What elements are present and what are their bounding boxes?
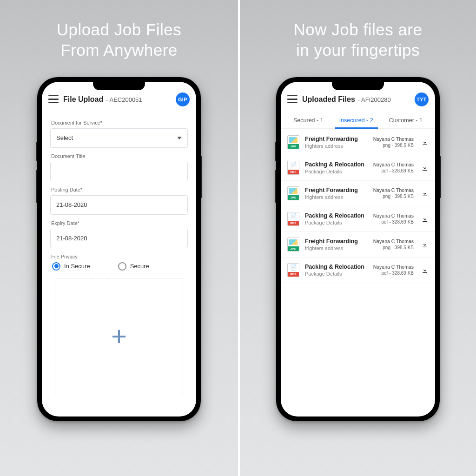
jpg-file-icon: JPG [287, 135, 299, 149]
radio-icon [118, 262, 126, 271]
file-meta: Nayana C Thomaspdf - 328.69 KB [373, 264, 414, 277]
radio-secure[interactable]: Secure [118, 262, 149, 271]
file-subtitle: Package Details [305, 271, 368, 277]
jpg-file-icon: JPG [287, 238, 299, 251]
download-icon[interactable] [421, 266, 429, 274]
app-screen-files: Uploaded Files - AFI200280 TYT Secured -… [281, 82, 435, 416]
chevron-down-icon [177, 137, 182, 139]
page-title: Uploaded Files [302, 95, 355, 104]
file-meta: Nayana C Thomaspdf - 328.69 KB [373, 212, 414, 225]
tabs: Secured - 1 Insecured - 2 Customer - 1 [281, 112, 435, 129]
download-icon[interactable] [421, 241, 429, 248]
page-subtitle: - AFI200280 [358, 96, 391, 103]
app-screen-upload: File Upload - AEC200051 GIP Document for… [42, 82, 196, 416]
tab-insecured[interactable]: Insecured - 2 [337, 112, 375, 128]
doc-title-input[interactable] [50, 162, 188, 181]
file-title: Packing & Relocation [305, 264, 368, 270]
pdf-file-icon: PDF [287, 212, 299, 226]
tab-secured[interactable]: Secured - 1 [291, 112, 325, 128]
tab-customer[interactable]: Customer - 1 [387, 112, 424, 128]
file-dropzone[interactable]: + [55, 278, 183, 394]
promo-title: Upload Job Files From Anywhere [57, 20, 182, 60]
service-select[interactable]: Select [50, 128, 188, 148]
avatar[interactable]: TYT [415, 93, 429, 106]
file-list: JPGFreight Forwardingfrighters addressNa… [281, 129, 435, 284]
radio-icon [52, 262, 60, 271]
avatar[interactable]: GIP [176, 93, 190, 106]
file-meta: Nayana C Thomaspng - 398.5 KB [373, 187, 414, 200]
label-expiry-date: Expiry Date* [51, 220, 187, 226]
file-row[interactable]: PDFPacking & RelocationPackage DetailsNa… [281, 206, 435, 232]
file-title: Packing & Relocation [305, 161, 368, 168]
pdf-file-icon: PDF [287, 161, 299, 175]
radio-insecure[interactable]: In Secure [52, 262, 90, 271]
file-subtitle: Package Details [305, 169, 368, 174]
phone-frame: File Upload - AEC200051 GIP Document for… [37, 77, 201, 421]
posting-date-input[interactable]: 21-08-2020 [50, 195, 188, 215]
promo-title: Now Job files are in your fingertips [294, 20, 423, 60]
pdf-file-icon: PDF [287, 263, 299, 277]
plus-icon: + [111, 323, 127, 350]
file-title: Freight Forwarding [305, 187, 368, 193]
file-title: Freight Forwarding [305, 238, 368, 245]
label-service: Document for Service* [51, 120, 187, 126]
file-meta: Nayana C Thomaspng - 398.5 KB [373, 238, 414, 251]
expiry-date-input[interactable]: 21-08-2020 [50, 229, 188, 248]
file-subtitle: frighters address [305, 143, 368, 149]
file-row[interactable]: JPGFreight Forwardingfrighters addressNa… [281, 181, 435, 206]
file-row[interactable]: JPGFreight Forwardingfrighters addressNa… [281, 232, 435, 258]
label-privacy: File Privacy [51, 254, 187, 259]
file-subtitle: frighters address [305, 245, 368, 251]
download-icon[interactable] [421, 190, 429, 197]
label-posting-date: Posting Date* [51, 187, 187, 192]
download-icon[interactable] [421, 215, 429, 223]
page-subtitle: - AEC200051 [106, 96, 142, 103]
file-meta: Nayana C Thomaspdf - 328.69 KB [373, 161, 414, 174]
download-icon[interactable] [421, 164, 429, 172]
label-doc-title: Document Title [51, 153, 187, 159]
menu-icon[interactable] [48, 95, 59, 104]
promo-panel-right: Now Job files are in your fingertips Upl… [238, 0, 476, 476]
app-bar: File Upload - AEC200051 GIP [42, 86, 196, 112]
file-row[interactable]: JPGFreight Forwardingfrighters addressNa… [281, 130, 435, 155]
file-title: Packing & Relocation [305, 212, 368, 219]
file-row[interactable]: PDFPacking & RelocationPackage DetailsNa… [281, 155, 435, 181]
menu-icon[interactable] [287, 95, 298, 104]
file-row[interactable]: PDFPacking & RelocationPackage DetailsNa… [281, 258, 435, 283]
app-bar: Uploaded Files - AFI200280 TYT [281, 86, 435, 112]
file-meta: Nayana C Thomaspng - 398.5 KB [373, 136, 414, 149]
promo-panel-left: Upload Job Files From Anywhere File Uplo… [0, 0, 238, 476]
jpg-file-icon: JPG [287, 186, 299, 200]
download-icon[interactable] [421, 139, 429, 146]
phone-frame: Uploaded Files - AFI200280 TYT Secured -… [276, 77, 440, 421]
file-subtitle: frighters address [305, 194, 368, 200]
file-subtitle: Package Details [305, 220, 368, 225]
file-title: Freight Forwarding [305, 136, 368, 142]
page-title: File Upload [63, 95, 103, 104]
